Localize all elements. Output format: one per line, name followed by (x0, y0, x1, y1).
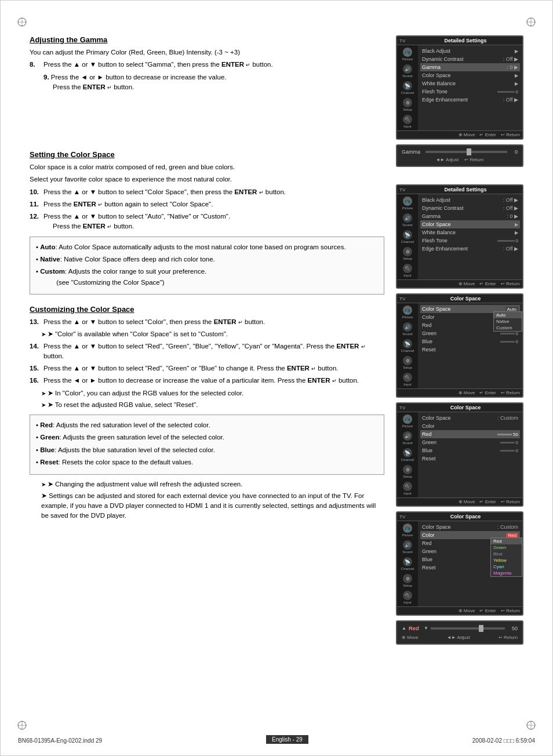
s4-nav-setup: ⚙ Setup (398, 465, 417, 478)
menu-flesh-tone: Flesh Tone 0 (420, 88, 520, 96)
cd-blue: Blue (491, 551, 522, 557)
s2-dynamic-contrast: Dynamic Contrast: Off ▶ (420, 204, 520, 212)
s4-nav-picture: 📺 Picture (398, 415, 417, 428)
screen1-nav: 📺 Picture 🔊 Sound 📡 Channel ⚙ (397, 45, 418, 130)
color-space-intro2: Select your favorite color space to expe… (30, 175, 384, 184)
s5-nav-sound: 🔊 Sound (398, 540, 417, 554)
red-nav-up: ▲ (402, 626, 406, 631)
step11-num: 11. (30, 199, 41, 209)
compass-top-right (526, 17, 536, 29)
screen5-footer: ⊕ Move↵ Enter↩ Return (397, 606, 522, 615)
nav-setup: ⚙ Setup (398, 98, 417, 111)
screen2-tv-label: TV (399, 187, 411, 192)
s2-nav-sound: 🔊 Sound (398, 213, 417, 227)
color-dropdown: Red Green Blue Yellow Cyan Magenta (490, 537, 522, 577)
screen5-nav: 📺 Picture 🔊 Sound 📡 Channel ⚙ (397, 521, 418, 606)
footer-right: 2008-02-02 □□□ 6:59:04 (472, 737, 535, 744)
cd-yellow: Yellow (491, 557, 522, 564)
s2-nav-channel: 📡 Channel (398, 230, 417, 243)
screen1-title: Detailed Settings (411, 38, 520, 43)
screen5-menu: Color Space: Custom Color Red Red Green … (418, 521, 522, 606)
compass-top-left (17, 17, 27, 29)
screen4-nav: 📺 Picture 🔊 Sound 📡 Channel ⚙ (397, 412, 418, 497)
screen1-body: 📺 Picture 🔊 Sound 📡 Channel ⚙ (397, 45, 522, 130)
screen3-footer: ⊕ Move↵ Enter↩ Return (397, 388, 522, 397)
s2-nav-input: 🔌 Input (398, 264, 417, 277)
step12-num: 12. (30, 212, 41, 232)
color-space-dropdown: Auto Native Custom (493, 311, 522, 332)
s4-color-space: Color Space: Custom (420, 414, 520, 422)
screen2-footer: ⊕ Move↵ Enter↩ Return (397, 279, 522, 288)
step10-num: 10. (30, 187, 41, 197)
red-slider-footer: ⊕ Move ◄► Adjust ↩ Return (402, 635, 518, 640)
screen4-tv-label: TV (399, 405, 411, 410)
s4-reset: Reset (420, 455, 520, 463)
red-slider-label: Red (409, 625, 421, 631)
menu-gamma: Gamma: 0 ▶ (420, 63, 520, 71)
tv-screen-4: TV Color Space 📺 Picture 🔊 Sound (396, 402, 523, 507)
screen3-tv-label: TV (399, 296, 411, 301)
right-column: TV Detailed Settings 📺 Picture 🔊 Sound (396, 35, 523, 649)
step15-num: 15. (30, 364, 41, 373)
s4-nav-channel: 📡 Channel (398, 448, 417, 461)
native-bullet: • Native: Native Color Space offers deep… (36, 254, 378, 264)
changing-note: ➤ Changing the adjustment value will ref… (41, 479, 384, 489)
step8-text: Press the ▲ or ▼ button to select "Gamma… (43, 60, 273, 70)
s4-red: Red 50 (420, 430, 520, 438)
screen2-nav: 📺 Picture 🔊 Sound 📡 Channel ⚙ (397, 194, 418, 279)
s3-reset: Reset (420, 346, 520, 354)
cd-cyan: Cyan (491, 564, 522, 570)
step13-num: 13. (30, 317, 41, 327)
s2-flesh-tone: Flesh Tone 0 (420, 237, 520, 245)
red-bullet: • Red: Adjusts the red saturation level … (36, 420, 378, 430)
dropdown-custom: Custom (494, 325, 522, 331)
compass-bottom-right (526, 720, 536, 732)
left-column: Adjusting the Gamma You can adjust the P… (30, 35, 384, 649)
step9-num: 9. (43, 74, 49, 81)
s4-green: Green 0 (420, 438, 520, 446)
dropdown-native: Native (494, 318, 522, 325)
s2-nav-picture: 📺 Picture (398, 197, 417, 210)
step11: 11. Press the ENTER ↵ button again to se… (30, 199, 384, 209)
cd-green: Green (491, 544, 522, 551)
auto-bullet: • Auto: Auto Color Space automatically a… (36, 242, 378, 252)
gamma-slider-label: Gamma (402, 149, 422, 155)
s3-nav-setup: ⚙ Setup (398, 356, 417, 369)
screen3-menu: Color Space Auto Auto Native Custom Colo… (418, 303, 522, 388)
step14-text: Press the ▲ or ▼ button to select "Red",… (43, 341, 384, 362)
s5-nav-channel: 📡 Channel (398, 557, 417, 570)
step8-num: 8. (30, 60, 41, 70)
rgb-info-box: • Red: Adjusts the red saturation level … (30, 415, 384, 475)
red-thumb (479, 625, 483, 632)
page-number: English - 29 (266, 735, 308, 744)
color-space-title: Setting the Color Space (30, 150, 384, 159)
step12: 12. Press the ▲ or ▼ button to select "A… (30, 212, 384, 232)
cd-red: Red (491, 538, 522, 544)
step9b: Press the ENTER ↵ button. (53, 83, 134, 90)
s2-edge-enhancement: Edge Enhancement: Off ▶ (420, 245, 520, 253)
red-slider-screen: ▲ Red ▼ 50 ⊕ Move ◄► Adjust ↩ Return (396, 620, 523, 645)
tv-screen-2: TV Detailed Settings 📺 Picture 🔊 Sound (396, 184, 523, 289)
reset-bullet: • Reset: Resets the color space to the d… (36, 457, 378, 467)
compass-bottom-left (17, 720, 27, 732)
red-value: 50 (507, 626, 518, 631)
s3-nav-sound: 🔊 Sound (398, 322, 417, 336)
step14-num: 14. (30, 341, 41, 362)
page: Adjusting the Gamma You can adjust the P… (0, 0, 553, 756)
step10-text: Press the ▲ or ▼ button to select "Color… (43, 187, 286, 197)
s3-nav-channel: 📡 Channel (398, 339, 417, 352)
s4-blue: Blue 0 (420, 446, 520, 455)
screen4-body: 📺 Picture 🔊 Sound 📡 Channel ⚙ (397, 412, 522, 497)
step14: 14. Press the ▲ or ▼ button to select "R… (30, 341, 384, 362)
screen3-body: 📺 Picture 🔊 Sound 📡 Channel ⚙ (397, 303, 522, 388)
s3-nav-picture: 📺 Picture (398, 306, 417, 319)
screen1-tv-label: TV (399, 38, 411, 43)
s3-blue: Blue 0 (420, 337, 520, 346)
screen1-menu: Black Adjust▶ Dynamic Contrast: Off ▶ Ga… (418, 45, 522, 130)
s2-white-balance: White Balance▶ (420, 228, 520, 237)
color-space-intro: Color space is a color matrix composed o… (30, 162, 384, 172)
screen5-title: Color Space (411, 514, 520, 519)
nav-picture: 📺 Picture (398, 48, 417, 61)
gamma-slider-footer: ◄► Adjust ↩ Return (402, 157, 518, 162)
red-footer-adjust: ◄► Adjust (447, 635, 470, 640)
